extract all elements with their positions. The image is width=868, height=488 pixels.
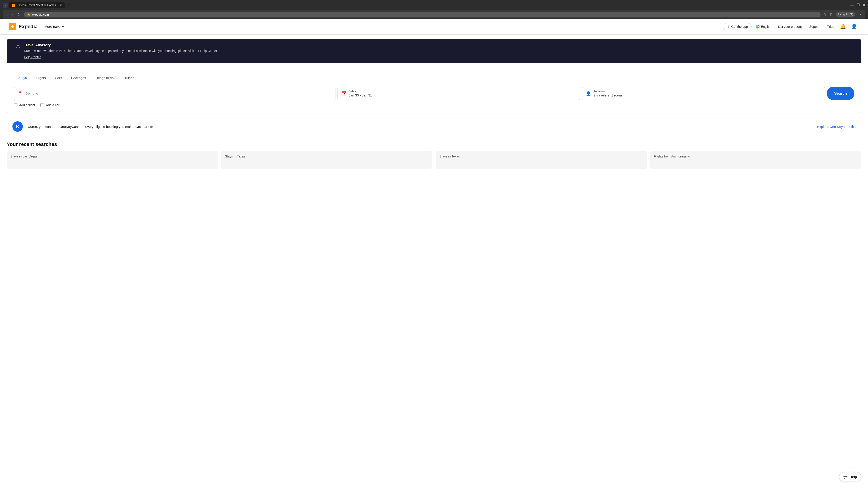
tab-close-button[interactable]: ×	[60, 4, 62, 7]
search-extras: Add a flight Add a car	[14, 103, 854, 107]
help-chat-icon: 💬	[843, 475, 848, 479]
travelers-label: Travelers	[594, 90, 622, 93]
tab-things-to-do[interactable]: Things to do	[90, 73, 118, 82]
more-travel-button[interactable]: More travel ▾	[42, 23, 66, 30]
recent-card-label-2: Stays in Texas	[439, 155, 643, 158]
recent-card-label-1: Stays in Texas	[225, 155, 429, 158]
recent-cards-container: Stays in Las Vegas Stays in Texas Stays …	[7, 151, 861, 169]
browser-chrome: ▾ Expedia Travel: Vacation Homes... × + …	[0, 0, 868, 19]
recent-searches-title: Your recent searches	[7, 141, 861, 147]
forward-button[interactable]: ›	[11, 12, 14, 18]
language-button[interactable]: 🌐 English	[753, 23, 774, 30]
page-content: Expedia More travel ▾ ⬇ Get the app 🌐 En…	[0, 19, 868, 488]
recent-card-3[interactable]: Flights from Anchorage to	[650, 151, 861, 169]
recent-card-1[interactable]: Stays in Texas	[221, 151, 432, 169]
profile-button[interactable]: 👤	[849, 23, 859, 31]
advisory-help-link[interactable]: Help Center	[24, 55, 41, 59]
browser-menu-button[interactable]: ⋮	[859, 12, 863, 17]
advisory-text: Due to winter weather in the United Stat…	[24, 48, 218, 53]
tab-stays[interactable]: Stays	[14, 73, 31, 82]
tab-packages[interactable]: Packages	[66, 73, 90, 82]
tab-flights[interactable]: Flights	[31, 73, 51, 82]
get-app-button[interactable]: ⬇ Get the app	[723, 23, 752, 30]
language-label: English	[761, 25, 771, 29]
url-text: expedia.com	[32, 13, 49, 16]
tab-favicon	[12, 4, 15, 7]
dates-label: Dates	[349, 90, 372, 93]
travelers-icon: 👤	[586, 91, 591, 96]
search-fields: 📍 Going to 📅 Dates Jan 30 - Jan 31 👤 Tra…	[14, 87, 854, 100]
more-travel-chevron: ▾	[62, 25, 64, 29]
tab-cars[interactable]: Cars	[51, 73, 67, 82]
tab-title: Expedia Travel: Vacation Homes...	[17, 4, 58, 7]
reload-button[interactable]: ↻	[16, 11, 22, 18]
maximize-button[interactable]: ❐	[857, 3, 860, 7]
location-icon: 📍	[18, 91, 23, 96]
notifications-button[interactable]: 🔔	[838, 23, 848, 31]
onekey-explore-link[interactable]: Explore One Key benefits	[817, 125, 856, 129]
onekey-avatar: K	[12, 121, 23, 132]
search-widget: Stays Flights Cars Packages Things to do…	[7, 68, 861, 113]
recent-card-0[interactable]: Stays in Las Vegas	[7, 151, 218, 169]
active-browser-tab[interactable]: Expedia Travel: Vacation Homes... ×	[8, 2, 65, 8]
minimize-button[interactable]: —	[850, 3, 854, 7]
support-button[interactable]: Support	[807, 23, 823, 30]
onekey-banner: K Lauren, you can earn OneKeyCash on eve…	[7, 117, 861, 136]
advisory-title: Travel Advisory	[24, 43, 218, 47]
close-window-button[interactable]: ✕	[862, 3, 865, 7]
incognito-badge[interactable]: Incognito (2)	[836, 12, 855, 17]
lock-icon: 🔒	[27, 13, 30, 16]
advisory-banner: ⚠ Travel Advisory Due to winter weather …	[7, 39, 861, 63]
more-travel-label: More travel	[44, 25, 61, 29]
add-flight-checkbox-label[interactable]: Add a flight	[14, 103, 35, 107]
onekey-message: Lauren, you can earn OneKeyCash on every…	[26, 125, 813, 129]
trips-button[interactable]: Trips	[825, 23, 837, 30]
window-controls: — ❐ ✕	[850, 3, 865, 7]
help-label: Help	[849, 475, 857, 479]
logo-text: Expedia	[19, 24, 37, 30]
add-flight-checkbox[interactable]	[14, 103, 18, 107]
header-right: ⬇ Get the app 🌐 English List your proper…	[723, 23, 859, 31]
list-property-button[interactable]: List your property	[775, 23, 805, 30]
add-car-label: Add a car	[46, 103, 59, 107]
dates-value: Jan 30 - Jan 31	[349, 93, 372, 97]
recent-searches-section: Your recent searches Stays in Las Vegas …	[7, 141, 861, 169]
back-button[interactable]: ‹	[5, 12, 8, 18]
bookmark-button[interactable]: ☆	[823, 12, 827, 17]
recent-card-label-3: Flights from Anchorage to	[654, 155, 858, 158]
address-bar[interactable]: 🔒 expedia.com	[24, 12, 820, 18]
travelers-value: 2 travelers, 1 room	[594, 93, 622, 97]
advisory-content: Travel Advisory Due to winter weather in…	[24, 43, 218, 59]
search-tabs: Stays Flights Cars Packages Things to do…	[14, 73, 854, 82]
going-to-value: Going to	[25, 92, 38, 95]
globe-icon: 🌐	[756, 25, 760, 29]
add-car-checkbox-label[interactable]: Add a car	[40, 103, 59, 107]
browser-tab-bar: ▾ Expedia Travel: Vacation Homes... × + …	[3, 2, 865, 8]
travelers-field[interactable]: 👤 Travelers 2 travelers, 1 room	[582, 87, 825, 100]
calendar-icon: 📅	[341, 91, 346, 96]
add-flight-label: Add a flight	[19, 103, 35, 107]
browser-toolbar: ‹ › ↻ 🔒 expedia.com ☆ ⧉ Incognito (2) ⋮	[3, 10, 865, 19]
advisory-warning-icon: ⚠	[16, 43, 20, 50]
recent-card-2[interactable]: Stays in Texas	[436, 151, 647, 169]
extensions-button[interactable]: ⧉	[830, 12, 833, 17]
help-float-button[interactable]: 💬 Help	[839, 472, 861, 481]
new-tab-button[interactable]: +	[66, 2, 72, 8]
add-car-checkbox[interactable]	[40, 103, 44, 107]
expedia-logo[interactable]: Expedia	[9, 23, 37, 30]
get-app-label: Get the app	[731, 25, 748, 29]
tab-cruises[interactable]: Cruises	[118, 73, 139, 82]
search-button[interactable]: Search	[827, 87, 854, 100]
tab-switcher[interactable]: ▾	[3, 3, 8, 8]
going-to-field[interactable]: 📍 Going to	[14, 87, 336, 100]
site-header: Expedia More travel ▾ ⬇ Get the app 🌐 En…	[0, 19, 868, 35]
download-icon: ⬇	[727, 25, 730, 29]
logo-icon	[9, 23, 16, 30]
toolbar-icons: ☆ ⧉ Incognito (2) ⋮	[823, 12, 863, 17]
dates-field[interactable]: 📅 Dates Jan 30 - Jan 31	[337, 87, 580, 100]
recent-card-label-0: Stays in Las Vegas	[10, 155, 214, 158]
